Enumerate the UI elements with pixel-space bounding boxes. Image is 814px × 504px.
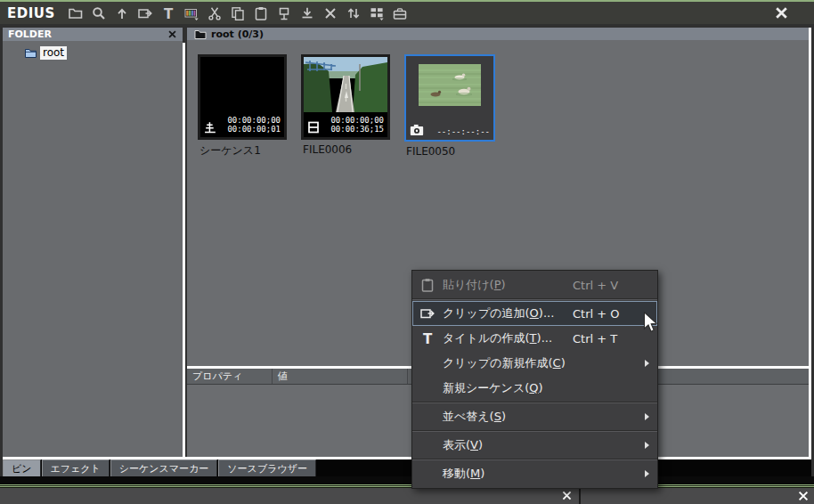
clip-file0050[interactable]: --:--:--:--FILE0050	[404, 54, 495, 158]
view-mode-icon[interactable]	[369, 5, 385, 21]
clip-preview-image	[304, 57, 387, 116]
submenu-arrow-icon	[645, 413, 649, 420]
menu-item-add-clip[interactable]: クリップの追加(O)...Ctrl + O	[412, 301, 657, 326]
tree-item-label: root	[40, 46, 67, 60]
submenu-arrow-icon	[645, 442, 649, 449]
camera-icon	[410, 123, 424, 136]
create-title-icon[interactable]: T	[160, 5, 176, 21]
property-column-name[interactable]: プロパティ	[187, 369, 273, 384]
tab-bin[interactable]: ビン	[3, 459, 41, 476]
menu-item-shortcut: Ctrl + T	[573, 332, 617, 345]
menu-item-shortcut: Ctrl + O	[573, 307, 620, 321]
paste-icon[interactable]	[253, 5, 269, 21]
create-title-icon: T	[419, 330, 435, 346]
pin-icon[interactable]	[276, 5, 292, 21]
tab-sequence-marker[interactable]: シーケンスマーカー	[110, 459, 218, 476]
clip-timecode: 00:00:00;00 00:00:36;15	[330, 116, 384, 134]
svg-text:T: T	[164, 5, 174, 21]
edius-bin-window: EDIUS T FOLDER root root (0/3) 00:00:00;…	[0, 0, 814, 504]
clip-thumbnail[interactable]: --:--:--:--	[404, 54, 495, 142]
window-bottom-border	[0, 476, 814, 484]
menu-item-label: 新規シーケンス(Q)	[443, 380, 543, 396]
menu-item-label: クリップの追加(O)...	[443, 305, 554, 321]
menu-item-view[interactable]: 表示(V)	[412, 433, 657, 458]
filmstrip-icon	[307, 121, 320, 134]
menu-item-move[interactable]: 移動(M)	[412, 461, 657, 486]
copy-icon[interactable]	[230, 5, 246, 21]
menu-separator	[412, 298, 657, 300]
delete-icon[interactable]	[322, 5, 338, 21]
menu-separator	[412, 430, 657, 432]
cut-icon[interactable]	[207, 5, 223, 21]
clip-name: FILE0006	[303, 143, 390, 156]
tree-item-root[interactable]: root	[24, 46, 183, 60]
tab-effect[interactable]: エフェクト	[42, 459, 110, 476]
paste-icon	[419, 277, 435, 293]
clip-thumbnail[interactable]: 00:00:00;00 00:00:36;15	[301, 54, 390, 140]
clip-file0006[interactable]: 00:00:00;00 00:00:36;15FILE0006	[301, 54, 390, 156]
menu-item-label: 表示(V)	[443, 437, 483, 453]
clip-timecode: --:--:--:--	[436, 127, 490, 136]
panel-splitter[interactable]	[183, 43, 185, 457]
clip-panel-header: root (0/3)	[187, 28, 809, 40]
open-folder-icon[interactable]	[68, 5, 84, 21]
background-window-titlebars	[0, 488, 814, 504]
menu-separator	[412, 402, 657, 403]
move-up-icon[interactable]	[114, 5, 130, 21]
menu-item-label: クリップの新規作成(C)	[443, 355, 566, 371]
close-icon[interactable]	[561, 490, 573, 501]
folder-icon	[194, 28, 207, 40]
menu-item-new-sequence[interactable]: 新規シーケンス(Q)	[412, 376, 657, 401]
menu-item-sort[interactable]: 並べ替え(S)	[412, 404, 657, 429]
menu-item-label: タイトルの作成(T)...	[443, 330, 552, 346]
toolbar: EDIUS T	[0, 0, 814, 24]
clip-folder-label: root (0/3)	[211, 28, 264, 40]
add-clip-icon[interactable]	[137, 5, 153, 21]
menu-item-label: 並べ替え(S)	[443, 409, 506, 425]
menu-separator	[412, 459, 657, 460]
folder-panel-title: FOLDER	[8, 28, 52, 40]
folder-tree: root	[3, 41, 183, 60]
close-icon[interactable]	[797, 490, 810, 502]
submenu-arrow-icon	[645, 470, 649, 477]
folder-icon	[24, 47, 37, 59]
menu-item-label: 移動(M)	[443, 466, 484, 482]
folder-panel-header: FOLDER	[3, 28, 183, 41]
menu-item-new-clip[interactable]: クリップの新規作成(C)	[412, 351, 657, 376]
clip-preview-image	[419, 64, 481, 110]
search-icon[interactable]	[91, 5, 107, 21]
window-divider	[579, 488, 581, 504]
menu-item-shortcut: Ctrl + V	[573, 279, 618, 292]
toolbar-icons: T	[68, 5, 408, 21]
app-title: EDIUS	[7, 5, 55, 21]
clip-timecode: 00:00:00;00 00:00:00;01	[227, 116, 281, 134]
submenu-arrow-icon	[645, 360, 649, 367]
menu-item-paste: 貼り付け(P)Ctrl + V	[412, 272, 657, 297]
tab-source-browser[interactable]: ソースブラウザー	[218, 459, 316, 476]
menu-item-label: 貼り付け(P)	[443, 277, 506, 293]
new-clip-icon[interactable]	[183, 5, 199, 21]
clip-list: 00:00:00;00 00:00:00;01シーケンス1 00:00:00;0…	[198, 54, 495, 159]
property-column-value[interactable]: 値	[273, 369, 408, 384]
mouse-cursor	[643, 312, 658, 337]
capture-icon[interactable]	[299, 5, 315, 21]
sort-icon[interactable]	[346, 5, 362, 21]
sequence-icon	[204, 120, 217, 134]
folder-panel: FOLDER root	[3, 28, 183, 457]
tabs: ビンエフェクトシーケンスマーカーソースブラウザー	[3, 459, 317, 476]
context-menu: 貼り付け(P)Ctrl + Vクリップの追加(O)...Ctrl + OTタイト…	[411, 270, 658, 489]
toolbox-icon[interactable]	[392, 5, 408, 21]
clip-name: FILE0050	[406, 145, 495, 158]
clip-sequence-1[interactable]: 00:00:00;00 00:00:00;01シーケンス1	[198, 54, 287, 159]
close-icon[interactable]	[167, 29, 177, 39]
add-clip-icon	[419, 305, 435, 321]
close-icon[interactable]	[774, 5, 789, 20]
tab-strip: ビンエフェクトシーケンスマーカーソースブラウザー	[3, 459, 811, 476]
menu-item-create-title[interactable]: Tタイトルの作成(T)...Ctrl + T	[412, 326, 657, 351]
clip-name: シーケンス1	[199, 143, 287, 159]
clip-thumbnail[interactable]: 00:00:00;00 00:00:00;01	[198, 54, 287, 140]
svg-text:T: T	[423, 331, 433, 347]
